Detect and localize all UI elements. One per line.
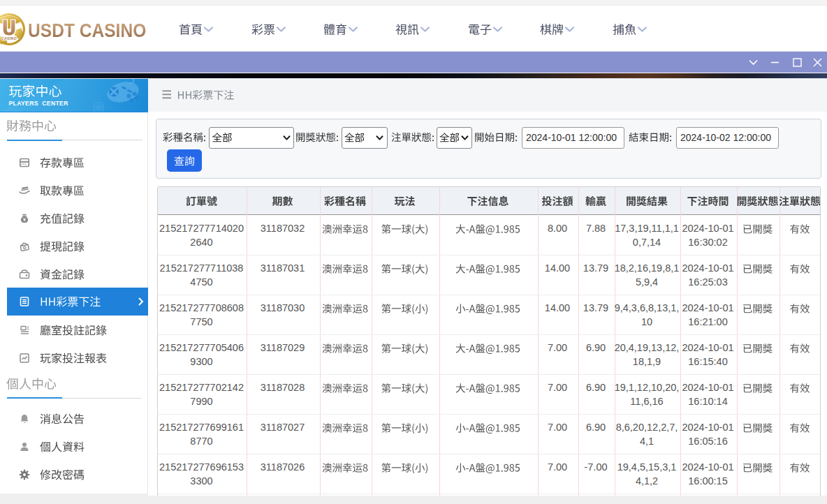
svg-text:CASINO: CASINO xyxy=(1,36,17,40)
